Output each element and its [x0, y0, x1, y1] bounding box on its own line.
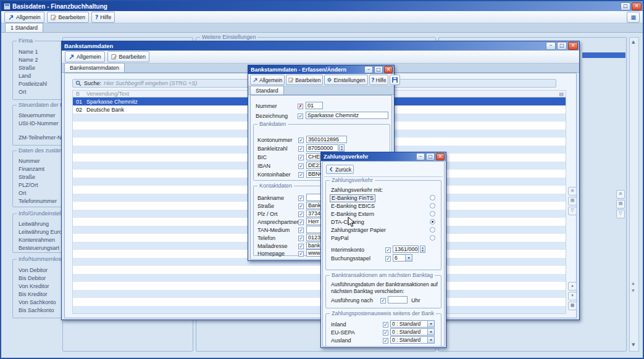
menu-allgemein-button[interactable]: Allgemein — [4, 12, 44, 23]
nummer-input[interactable]: 01 — [306, 102, 323, 109]
ausland-select[interactable]: 0 : Standard ▾ — [390, 336, 435, 344]
menu-allgemein-button[interactable]: Allgemein — [250, 75, 285, 85]
option-zahlungstraeger-papier[interactable]: Zahlungsträger Papier — [331, 227, 386, 234]
bankleitzahl-checkbox[interactable]: ✓ — [298, 146, 304, 152]
radio-ebanking-fints[interactable] — [430, 195, 435, 200]
option-paypal[interactable]: PayPal — [331, 235, 349, 242]
maximize-button[interactable]: □ — [374, 66, 383, 73]
search-icon — [75, 80, 82, 86]
list-icon[interactable]: ≡ — [568, 187, 577, 196]
layout-button[interactable]: ▦ — [627, 12, 640, 23]
maximize-button[interactable]: □ — [621, 2, 630, 10]
zurueck-button[interactable]: Zurück — [326, 165, 354, 174]
page-up-icon[interactable]: ▲ — [632, 281, 635, 285]
radio-ebanking-ebics[interactable] — [430, 203, 435, 208]
list-icon[interactable]: ≡ — [616, 190, 625, 199]
bankname-checkbox[interactable]: ✓ — [298, 196, 304, 201]
bankleitzahl-input[interactable]: 87050000 — [306, 144, 338, 152]
page-down-icon[interactable]: ▼ — [632, 288, 635, 292]
radio-ebanking-extern[interactable] — [430, 211, 435, 217]
bank-edit-titlebar[interactable]: Bankstammdaten - Erfassen/Ändern – □ × — [248, 65, 394, 74]
bezeichnung-checkbox[interactable]: ✓ — [298, 113, 303, 119]
radio-dta-clearing-selected[interactable] — [430, 219, 435, 225]
radio-paypal[interactable] — [430, 235, 435, 241]
scroll-down-icon[interactable]: ▼ — [632, 342, 635, 347]
bank-list-titlebar[interactable]: Bankstammdaten – □ × — [62, 41, 579, 51]
minimize-button[interactable]: – — [416, 153, 425, 160]
mouse-cursor — [348, 217, 356, 228]
inland-select[interactable]: 0 : Standard ▾ — [390, 320, 435, 328]
menu-bearbeiten-button[interactable]: Bearbeiten — [107, 51, 150, 62]
nummer-lock-checkbox[interactable]: ✗ — [298, 104, 303, 109]
buchungsstapel-select[interactable]: 6 ▾ — [393, 254, 412, 262]
menu-bearbeiten-button[interactable]: Bearbeiten — [286, 75, 323, 85]
tanmedium-checkbox[interactable]: ✓ — [298, 228, 304, 233]
main-tabstrip: 1 Standard — [1, 23, 643, 33]
document-icon[interactable]: ▤ — [568, 197, 577, 205]
highlighted-row[interactable] — [582, 52, 625, 58]
minimize-button[interactable]: – — [364, 66, 373, 73]
filter-icon[interactable]: ▽ — [616, 210, 625, 218]
strasse-label: Straße — [257, 203, 274, 210]
grid-icon[interactable]: ▦ — [568, 302, 577, 310]
menu-hilfe-button[interactable]: ? Hilfe — [369, 75, 389, 85]
menu-bearbeiten-button[interactable]: Bearbeiten — [47, 12, 90, 23]
interimskonto-input[interactable]: 1361/000 — [393, 246, 419, 253]
stepper-down-icon[interactable]: ▾ — [340, 148, 344, 151]
menu-allgemein-button[interactable]: Allgemein — [65, 51, 105, 62]
stepper-down-icon[interactable]: ▾ — [420, 249, 425, 252]
document-icon[interactable]: ▤ — [559, 91, 566, 97]
mailadresse-checkbox[interactable]: ✓ — [298, 244, 304, 249]
ausfuehrung-input[interactable] — [388, 296, 408, 303]
bezeichnung-input[interactable]: Sparkasse Chemnitz — [306, 112, 388, 119]
plzort-checkbox[interactable]: ✓ — [298, 212, 304, 217]
back-icon — [328, 167, 334, 172]
vertical-scrollbar[interactable]: ▲ ▲ ▼ ▼ — [629, 37, 639, 352]
iban-checkbox[interactable]: ✓ — [298, 163, 304, 169]
tab-standard[interactable]: Standard — [250, 86, 284, 94]
strasse-checkbox[interactable]: ✓ — [298, 204, 304, 209]
close-button[interactable]: × — [632, 2, 642, 10]
close-button[interactable]: × — [384, 66, 393, 73]
option-ebanking-ebics[interactable]: E-Banking EBICS — [331, 203, 375, 210]
maximize-button[interactable]: □ — [557, 42, 567, 50]
zahlungsverkehr-titlebar[interactable]: Zahlungsverkehr – □ × — [321, 152, 446, 161]
menu-allgemein-label: Allgemein — [259, 77, 282, 83]
up-icon[interactable]: ▴ — [568, 282, 577, 291]
row-name: Sparkasse Chemnitz — [86, 99, 138, 105]
ansprechpartner-checkbox[interactable]: ✓ — [298, 220, 304, 225]
telefon-checkbox[interactable]: ✓ — [298, 236, 304, 241]
maximize-button[interactable]: □ — [426, 153, 435, 160]
close-button[interactable]: × — [436, 153, 445, 160]
menu-einstellungen-button[interactable]: Einstellungen — [324, 75, 367, 85]
radio-zahlungstraeger-papier[interactable] — [430, 227, 435, 233]
kontonummer-input[interactable]: 3501012895 — [306, 136, 347, 143]
kontonummer-checkbox[interactable]: ✓ — [298, 138, 304, 143]
scroll-up-icon[interactable]: ▲ — [632, 39, 635, 44]
minimize-button[interactable]: – — [546, 42, 556, 50]
buchungsstapel-checkbox[interactable]: ✓ — [385, 256, 391, 262]
zahlungsverkehr-body: Zurück Zahlungsverkehr Zahlungsverkehr m… — [322, 161, 445, 347]
interimskonto-stepper[interactable]: ▴▾ — [420, 246, 425, 253]
bankleitzahl-stepper[interactable]: ▴▾ — [339, 144, 345, 152]
interimskonto-checkbox[interactable]: ✓ — [385, 247, 391, 253]
close-button[interactable]: × — [568, 42, 578, 50]
filter-icon[interactable]: ▽ — [568, 207, 577, 215]
bic-checkbox[interactable]: ✓ — [298, 155, 304, 160]
tab-1-standard[interactable]: 1 Standard — [5, 23, 43, 32]
main-titlebar[interactable]: Basisdaten - Finanzbuchhaltung □ × — [1, 1, 643, 11]
column-header-text: Verwendung/Text — [86, 91, 129, 97]
inland-checkbox[interactable]: ✓ — [383, 322, 388, 328]
down-icon[interactable]: ▾ — [568, 292, 577, 300]
homepage-checkbox[interactable]: ✓ — [298, 251, 304, 257]
tab-bankenstammdaten[interactable]: Bankenstammdaten — [64, 63, 125, 72]
eusepa-checkbox[interactable]: ✓ — [383, 330, 388, 336]
ausfuehrung-checkbox[interactable]: ✓ — [380, 298, 386, 303]
ausland-checkbox[interactable]: ✓ — [383, 338, 388, 344]
option-ebanking-fints[interactable]: E-Banking FinTS — [330, 194, 375, 202]
document-icon[interactable]: ▤ — [616, 200, 625, 208]
save-button[interactable] — [390, 75, 400, 85]
eusepa-select[interactable]: 0 : Standard ▾ — [390, 328, 435, 336]
menu-hilfe-button[interactable]: ? Hilfe — [91, 12, 115, 23]
kontoinhaber-checkbox[interactable]: ✓ — [298, 172, 304, 178]
